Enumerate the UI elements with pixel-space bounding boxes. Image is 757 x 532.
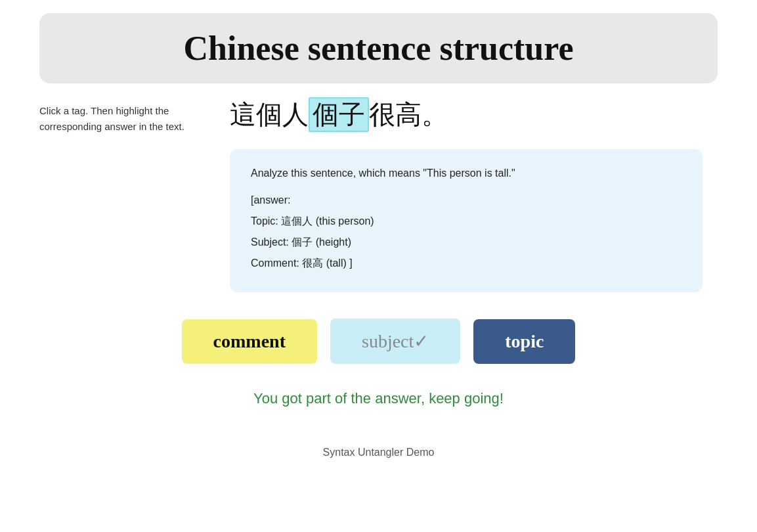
sidebar-instructions: Click a tag. Then highlight the correspo… xyxy=(39,103,210,135)
analysis-box: Analyze this sentence, which means "This… xyxy=(230,149,703,292)
page-title: Chinese sentence structure xyxy=(66,29,691,68)
analysis-answer: [answer: Topic: 這個人 (this person) Subjec… xyxy=(251,190,681,274)
tag-topic-button[interactable]: topic xyxy=(473,319,575,364)
chinese-sentence: 這個人個子很高。 xyxy=(230,97,718,133)
main-layout: Click a tag. Then highlight the correspo… xyxy=(39,97,718,319)
content-area: 這個人個子很高。 Analyze this sentence, which me… xyxy=(223,97,718,319)
tag-subject-button[interactable]: subject✓ xyxy=(330,319,460,364)
topic-line: Topic: 這個人 (this person) xyxy=(251,211,681,232)
feedback-text: You got part of the answer, keep going! xyxy=(0,390,757,407)
comment-line: Comment: 很高 (tall) ] xyxy=(251,253,681,274)
sidebar: Click a tag. Then highlight the correspo… xyxy=(39,97,223,319)
sentence-post-highlight: 很高。 xyxy=(369,100,448,129)
footer: Syntax Untangler Demo xyxy=(0,447,757,472)
page-header: Chinese sentence structure xyxy=(39,13,718,83)
sentence-highlight: 個子 xyxy=(309,97,369,132)
tags-row: comment subject✓ topic xyxy=(0,319,757,364)
tag-comment-button[interactable]: comment xyxy=(182,319,317,364)
answer-label: [answer: xyxy=(251,190,681,211)
subject-line: Subject: 個子 (height) xyxy=(251,232,681,253)
sentence-pre-highlight: 這個人 xyxy=(230,100,309,129)
analysis-intro: Analyze this sentence, which means "This… xyxy=(251,167,681,179)
footer-text: Syntax Untangler Demo xyxy=(323,447,435,458)
